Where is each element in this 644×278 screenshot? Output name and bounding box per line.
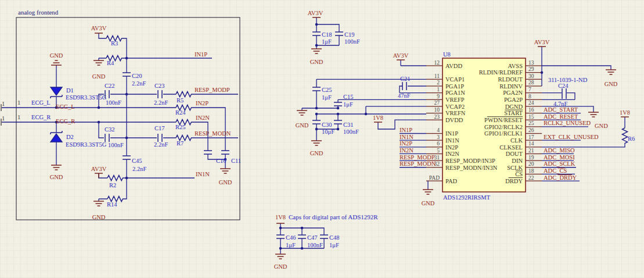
net-label-in2n[interactable]: IN2N xyxy=(400,147,413,154)
net-label-adc_sclk[interactable]: ADC_SCLK xyxy=(544,161,575,167)
ground-label: GND xyxy=(92,73,106,80)
ic-pin-name: RLDIN/RLDREF xyxy=(479,69,523,76)
net-label-in1p[interactable]: IN1P xyxy=(400,127,412,133)
capacitor-designator: C25 xyxy=(322,87,332,93)
ic-pin-name: PWDN/RESET xyxy=(484,117,523,123)
capacitor-designator: C17 xyxy=(154,125,165,131)
resistor-designator: R5 xyxy=(177,97,184,104)
ic-pin-number: 10 xyxy=(434,107,440,113)
capacitor-designator: C46 xyxy=(286,234,296,241)
ic-pin-name: CLK xyxy=(510,137,523,144)
net-label-adc_drdy[interactable]: ADC_DRDY xyxy=(544,174,577,181)
ground-label: GND xyxy=(310,59,323,65)
ic-pin-number: 18 xyxy=(528,168,534,174)
net-label-adc_cs[interactable]: ADC_CS xyxy=(544,167,567,174)
ic-pin-number: 30 xyxy=(528,73,534,79)
net-label-in1p[interactable]: IN1P xyxy=(195,51,207,58)
diode-part-number: ESD9R3.3ST5G xyxy=(66,141,107,148)
resistor-designator: R4 xyxy=(107,60,114,66)
resistor-designator: R24 xyxy=(175,109,186,116)
power-label: AV3V xyxy=(534,39,550,45)
ic-pin-name: DRDY xyxy=(505,178,523,184)
capacitor-value: 1μF xyxy=(329,242,339,248)
net-label-in1n[interactable]: IN1N xyxy=(196,171,210,177)
net-label-resp-modp[interactable]: RESP_MODP xyxy=(195,87,230,93)
net-label-adc_reset[interactable]: ADC_RESET xyxy=(544,113,578,120)
capacitor-value: 100nF xyxy=(106,99,121,106)
ic-pin-number: 4 xyxy=(437,127,440,133)
capacitor-value: 100nF xyxy=(108,142,124,148)
resistor-designator: R14 xyxy=(107,201,117,208)
ic-pin-name: GPIO2/RCLK2 xyxy=(484,124,523,130)
net-label-ext_clk_unused[interactable]: EXT_CLK_UNUSED xyxy=(544,134,599,140)
net-label-resp_modp[interactable]: RESP_MODP xyxy=(400,154,435,161)
net-label-in2p[interactable]: IN2P xyxy=(400,140,412,147)
net-label-ecg-r[interactable]: ECG_R xyxy=(31,114,51,120)
capacitor-designator: C22 xyxy=(105,83,115,89)
capacitor-designator: C24 xyxy=(558,83,569,89)
ic-pin-name: START xyxy=(504,110,523,116)
ic-pin-number: 23 xyxy=(434,114,440,120)
ground-label: GND xyxy=(92,214,106,220)
ic-pin-name: DIN xyxy=(512,158,523,164)
ic-pin-number: 1 xyxy=(437,87,440,92)
net-label-adc_mosi[interactable]: ADC_MOSI xyxy=(544,154,575,161)
ic-pin-name: AVSS xyxy=(508,63,523,69)
power-label: 1V8 xyxy=(373,115,383,121)
block-title: analog frontend xyxy=(18,9,59,16)
ic-pin-number: 2 xyxy=(437,80,440,85)
ground-label: GND xyxy=(50,174,63,180)
ic-pin-name: IN1P xyxy=(445,130,458,137)
ic-pin-name: SCLK xyxy=(507,165,523,171)
capacitor-value: 100nF xyxy=(307,242,323,248)
capacitor-value: 1μF xyxy=(322,38,332,45)
ic-pin-number: 26 xyxy=(528,127,534,133)
resistor-designator: R25 xyxy=(175,124,186,130)
net-label-in1n[interactable]: IN1N xyxy=(400,134,413,140)
ic-pin-number: 21 xyxy=(528,148,534,154)
net-label-in2n[interactable]: IN2N xyxy=(196,115,210,121)
ic-pin-number: 9 xyxy=(437,94,440,99)
net-label-adc_start[interactable]: ADC_START xyxy=(544,106,578,113)
net-label-resp_modn[interactable]: RESP_MODN xyxy=(400,161,436,167)
power-label: AV3V xyxy=(308,10,323,16)
ic-pin-name: IN2N xyxy=(445,151,459,157)
ic-pin-number: 14 xyxy=(528,141,534,147)
net-label-ecg-l[interactable]: ECG_L xyxy=(31,99,51,106)
capacitor-designator: C23 xyxy=(154,83,165,89)
net-label-rclk2_unused[interactable]: RCLK2_UNUSED xyxy=(544,120,591,126)
ic-pin-number: 24 xyxy=(528,100,534,106)
ic-pin-number: 3 xyxy=(437,134,440,140)
power-label: 1V8 xyxy=(275,214,286,220)
port-name-ecg-r: ECG_R xyxy=(56,118,75,124)
net-label-in2p[interactable]: IN2P xyxy=(196,100,208,106)
ic-part-number: ADS1292RIRSMT xyxy=(443,194,491,201)
capacitor-designator: C20 xyxy=(132,73,142,79)
ic-pin-number: 17 xyxy=(528,134,534,140)
capacitor-value: 2.2nF xyxy=(132,166,146,172)
ic-pin-number: 29 xyxy=(528,66,534,72)
ic-pin-name: VREFN xyxy=(445,110,466,116)
ic-pin-name: RLDOUT xyxy=(498,76,523,83)
capacitor-designator: C15 xyxy=(343,94,354,100)
port-pin-number: 1 xyxy=(17,114,20,120)
diode-designator: D2 xyxy=(66,134,74,140)
ic-pin-name: PGA2P xyxy=(504,97,523,103)
ic-pin-name: RESP_MODP/IN3P xyxy=(445,158,495,164)
ground-label: GND xyxy=(219,179,232,186)
ground-label: GND xyxy=(310,150,323,156)
ic-pin-number: 16 xyxy=(528,107,534,113)
ic-pin-name: CLKSEL xyxy=(499,144,523,151)
ic-pin-name: PGA2N xyxy=(503,90,523,96)
ic-pin-number: 20 xyxy=(528,161,534,167)
capacitor-value: 1μF xyxy=(322,94,332,101)
capacitor-value: 100nF xyxy=(343,129,359,135)
net-label-resp-modn[interactable]: RESP_MODN xyxy=(195,130,231,137)
ic-pin-number: 25 xyxy=(528,120,534,126)
power-label: AV3V xyxy=(91,166,107,172)
ground-label: GND xyxy=(296,122,309,129)
net-label-adc_miso[interactable]: ADC_MISO xyxy=(544,147,575,154)
capacitor-value: 2.2nF xyxy=(154,99,168,106)
ic-pin-name: DGND xyxy=(505,104,523,110)
capacitor-designator: C10 xyxy=(216,158,226,164)
